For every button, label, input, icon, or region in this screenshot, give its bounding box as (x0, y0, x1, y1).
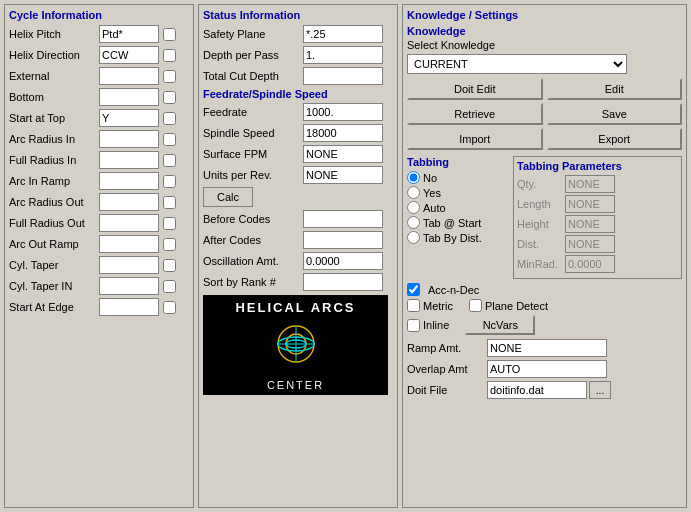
tab-param-row: Length (517, 195, 678, 213)
cycle-row: Cyl. Taper (9, 256, 189, 274)
codes-input-3[interactable] (303, 273, 383, 291)
status-label-2: Total Cut Depth (203, 70, 303, 82)
cycle-check-9[interactable] (163, 217, 176, 230)
cycle-input-9[interactable] (99, 214, 159, 232)
cycle-row: Arc Radius Out (9, 193, 189, 211)
feedrate-input-0[interactable] (303, 103, 383, 121)
tabbing-option-row: Auto (407, 201, 507, 214)
status-label-1: Depth per Pass (203, 49, 303, 61)
tabbing-radio-2[interactable] (407, 201, 420, 214)
cycle-input-0[interactable] (99, 25, 159, 43)
cycle-check-12[interactable] (163, 280, 176, 293)
tab-param-label-1: Length (517, 198, 562, 210)
bottom-input-2[interactable] (487, 381, 587, 399)
plane-detect-checkbox[interactable] (469, 299, 482, 312)
codes-input-2[interactable] (303, 252, 383, 270)
tabbing-option-row: Tab By Dist. (407, 231, 507, 244)
bottom-label-0: Ramp Amt. (407, 342, 487, 354)
tabbing-title: Tabbing (407, 156, 507, 168)
bottom-input-0[interactable] (487, 339, 607, 357)
feedrate-input-3[interactable] (303, 166, 383, 184)
tabbing-radio-0[interactable] (407, 171, 420, 184)
codes-row: Before Codes (203, 210, 393, 228)
save-button[interactable]: Save (547, 103, 683, 125)
cycle-input-7[interactable] (99, 172, 159, 190)
codes-input-0[interactable] (303, 210, 383, 228)
tab-param-input-1[interactable] (565, 195, 615, 213)
codes-row: Sort by Rank # (203, 273, 393, 291)
cycle-check-7[interactable] (163, 175, 176, 188)
codes-row: After Codes (203, 231, 393, 249)
calc-button[interactable]: Calc (203, 187, 253, 207)
knowledge-select[interactable]: CURRENT (407, 54, 627, 74)
cycle-row: Cyl. Taper IN (9, 277, 189, 295)
tab-param-input-0[interactable] (565, 175, 615, 193)
cycle-input-11[interactable] (99, 256, 159, 274)
feedrate-input-1[interactable] (303, 124, 383, 142)
cycle-input-3[interactable] (99, 88, 159, 106)
cycle-label-2: External (9, 70, 99, 82)
feedrate-input-2[interactable] (303, 145, 383, 163)
cycle-label-13: Start At Edge (9, 301, 99, 313)
cycle-input-12[interactable] (99, 277, 159, 295)
bottom-label-2: Doit File (407, 384, 487, 396)
tab-param-input-4[interactable] (565, 255, 615, 273)
status-input-2[interactable] (303, 67, 383, 85)
tabbing-radio-4[interactable] (407, 231, 420, 244)
tab-param-input-3[interactable] (565, 235, 615, 253)
acc-n-dec-checkbox[interactable] (407, 283, 420, 296)
browse-button[interactable]: ... (589, 381, 611, 399)
cycle-input-13[interactable] (99, 298, 159, 316)
cycle-info-title: Cycle Information (9, 9, 189, 21)
cycle-row: Start at Top (9, 109, 189, 127)
feedrate-row: Feedrate (203, 103, 393, 121)
plane-detect-label: Plane Detect (485, 300, 548, 312)
cycle-label-1: Helix Direction (9, 49, 99, 61)
metric-checkbox[interactable] (407, 299, 420, 312)
cycle-check-8[interactable] (163, 196, 176, 209)
cycle-input-10[interactable] (99, 235, 159, 253)
cycle-row: Full Radius Out (9, 214, 189, 232)
cycle-check-2[interactable] (163, 70, 176, 83)
ncvars-button[interactable]: NcVars (465, 315, 535, 335)
doit-edit-button[interactable]: Doit Edit (407, 78, 543, 100)
cycle-row: Arc In Ramp (9, 172, 189, 190)
edit-button[interactable]: Edit (547, 78, 683, 100)
codes-input-1[interactable] (303, 231, 383, 249)
cycle-label-8: Arc Radius Out (9, 196, 99, 208)
status-input-0[interactable] (303, 25, 383, 43)
cycle-input-6[interactable] (99, 151, 159, 169)
tabbing-option-label-4: Tab By Dist. (423, 232, 482, 244)
cycle-input-4[interactable] (99, 109, 159, 127)
cycle-check-3[interactable] (163, 91, 176, 104)
cycle-check-1[interactable] (163, 49, 176, 62)
codes-label-0: Before Codes (203, 213, 303, 225)
cycle-check-0[interactable] (163, 28, 176, 41)
tabbing-radio-1[interactable] (407, 186, 420, 199)
cycle-check-13[interactable] (163, 301, 176, 314)
metric-label: Metric (423, 300, 453, 312)
cycle-check-11[interactable] (163, 259, 176, 272)
tab-param-row: Dist. (517, 235, 678, 253)
status-input-1[interactable] (303, 46, 383, 64)
cycle-input-2[interactable] (99, 67, 159, 85)
tabbing-radio-3[interactable] (407, 216, 420, 229)
cycle-check-4[interactable] (163, 112, 176, 125)
cycle-row: Helix Direction (9, 46, 189, 64)
cycle-label-6: Full Radius In (9, 154, 99, 166)
cycle-input-1[interactable] (99, 46, 159, 64)
cycle-check-10[interactable] (163, 238, 176, 251)
cycle-check-5[interactable] (163, 133, 176, 146)
retrieve-button[interactable]: Retrieve (407, 103, 543, 125)
import-button[interactable]: Import (407, 128, 543, 150)
inline-checkbox[interactable] (407, 319, 420, 332)
export-button[interactable]: Export (547, 128, 683, 150)
cycle-check-6[interactable] (163, 154, 176, 167)
tab-param-input-2[interactable] (565, 215, 615, 233)
cycle-input-5[interactable] (99, 130, 159, 148)
codes-label-1: After Codes (203, 234, 303, 246)
feedrate-label-1: Spindle Speed (203, 127, 303, 139)
cycle-input-8[interactable] (99, 193, 159, 211)
codes-row: Oscillation Amt. (203, 252, 393, 270)
bottom-input-1[interactable] (487, 360, 607, 378)
